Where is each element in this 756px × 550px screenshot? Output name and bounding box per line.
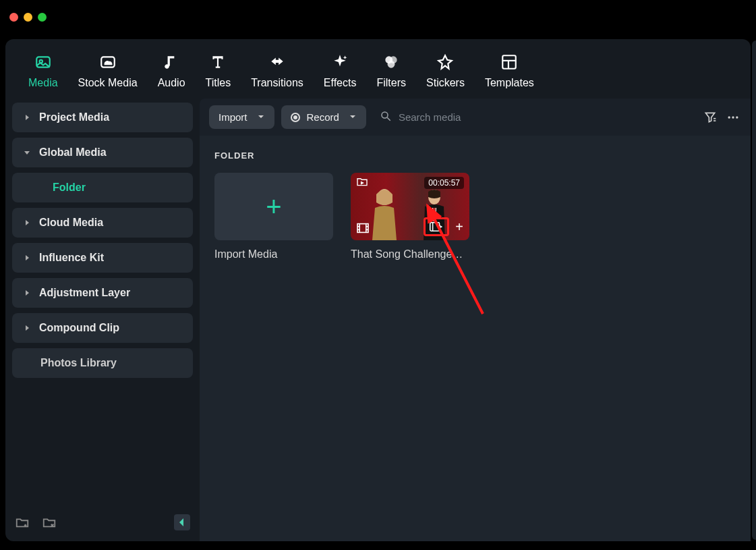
nav-label: Stickers [426, 77, 465, 89]
button-label: Import [219, 111, 248, 123]
sidebar-item-label: Project Media [39, 111, 109, 123]
nav-stickers[interactable]: Stickers [426, 53, 465, 89]
caret-down-icon [23, 150, 31, 155]
sidebar-item-photos-library[interactable]: Photos Library [12, 348, 193, 378]
import-button[interactable]: Import [209, 105, 274, 129]
caret-right-icon [23, 255, 31, 260]
maximize-window[interactable] [38, 13, 47, 22]
filters-icon [382, 53, 401, 72]
duration-badge: 00:05:57 [424, 177, 464, 189]
svg-rect-18 [433, 208, 436, 212]
delete-folder-icon[interactable] [42, 515, 57, 530]
nav-label: Filters [376, 77, 406, 89]
folder-play-icon [356, 177, 368, 189]
top-nav: Media Stock Media Audio Titles Transitio… [5, 39, 751, 99]
close-window[interactable] [9, 13, 18, 22]
sidebar-item-label: Adjustment Layer [39, 287, 130, 299]
text-icon [208, 53, 227, 72]
sidebar-item-label: Compound Clip [39, 322, 119, 334]
media-toolbar: Import Record [200, 99, 751, 136]
nav-effects[interactable]: Effects [324, 53, 357, 89]
svg-line-10 [387, 117, 390, 121]
sidebar-item-label: Folder [53, 182, 86, 193]
tile-clip: 00:05:57 + That Song Challeng [351, 173, 469, 260]
search-input[interactable] [399, 111, 695, 123]
sparkle-icon [330, 53, 349, 72]
tile-label: That Song Challenge… [351, 248, 469, 260]
cloud-icon [98, 53, 117, 72]
sidebar-item-project-media[interactable]: Project Media [12, 103, 193, 132]
nav-transitions[interactable]: Transitions [251, 53, 303, 89]
minimize-window[interactable] [24, 13, 32, 22]
sidebar-item-folder[interactable]: Folder [12, 173, 193, 202]
music-icon [162, 53, 181, 72]
caret-right-icon [23, 115, 31, 120]
sticker-icon [436, 53, 455, 72]
svg-point-9 [382, 112, 388, 118]
sidebar-item-label: Photos Library [40, 357, 117, 368]
nav-templates[interactable]: Templates [485, 53, 534, 89]
nav-stock-media[interactable]: Stock Media [78, 53, 138, 89]
tile-label: Import Media [214, 248, 333, 260]
film-icon [356, 223, 370, 236]
media-body: FOLDER + Import Media [200, 136, 751, 541]
more-icon[interactable] [725, 109, 741, 126]
filter-icon[interactable] [702, 109, 718, 126]
svg-point-14 [732, 116, 734, 118]
nav-label: Transitions [251, 77, 303, 89]
caret-right-icon [23, 325, 31, 331]
sidebar-footer [12, 510, 193, 534]
search-wrap [373, 110, 695, 125]
scene-detect-button[interactable] [424, 217, 449, 236]
nav-label: Titles [206, 77, 231, 89]
media-browser: Import Record [200, 99, 751, 541]
svg-point-5 [388, 61, 395, 68]
window-titlebar [0, 0, 756, 34]
svg-point-15 [736, 116, 738, 118]
nav-media[interactable]: Media [28, 53, 58, 89]
nav-titles[interactable]: Titles [206, 53, 231, 89]
transition-icon [268, 53, 287, 72]
sidebar-item-adjustment-layer[interactable]: Adjustment Layer [12, 278, 193, 308]
sidebar-item-influence-kit[interactable]: Influence Kit [12, 243, 193, 273]
section-title: FOLDER [214, 150, 736, 161]
nav-label: Effects [324, 77, 357, 89]
sidebar-item-cloud-media[interactable]: Cloud Media [12, 208, 193, 238]
nav-filters[interactable]: Filters [376, 53, 406, 89]
caret-right-icon [23, 220, 31, 225]
sidebar-item-global-media[interactable]: Global Media [12, 138, 193, 167]
templates-icon [500, 53, 519, 72]
nav-label: Stock Media [78, 77, 138, 89]
plus-icon: + [266, 192, 281, 222]
svg-rect-26 [430, 223, 440, 231]
nav-label: Media [28, 77, 58, 89]
clip-thumbnail[interactable]: 00:05:57 + [351, 173, 469, 240]
search-icon [380, 110, 392, 125]
sidebar: Project Media Global Media Folder Cloud … [5, 99, 200, 541]
media-grid: + Import Media [214, 173, 736, 260]
sidebar-item-label: Global Media [39, 146, 107, 159]
tile-import: + Import Media [214, 173, 333, 260]
thumb-overlay: + [424, 217, 465, 236]
caret-right-icon [23, 290, 31, 296]
media-icon [34, 53, 53, 72]
add-to-timeline-button[interactable]: + [453, 219, 465, 235]
thumbnail-figure [370, 188, 399, 240]
right-panel-strip[interactable] [752, 40, 756, 540]
svg-point-13 [728, 116, 730, 118]
chevron-down-icon [349, 111, 357, 123]
new-folder-icon[interactable] [15, 515, 30, 530]
record-button[interactable]: Record [281, 105, 366, 129]
collapse-sidebar-button[interactable] [174, 514, 190, 530]
sidebar-item-compound-clip[interactable]: Compound Clip [12, 313, 193, 343]
record-icon [291, 113, 300, 122]
sidebar-item-label: Cloud Media [39, 217, 103, 229]
import-media-tile[interactable]: + [214, 173, 333, 240]
button-label: Record [307, 111, 339, 123]
nav-label: Audio [158, 77, 185, 89]
content-area: Project Media Global Media Folder Cloud … [5, 99, 751, 541]
main-panel: Media Stock Media Audio Titles Transitio… [5, 39, 751, 541]
nav-label: Templates [485, 77, 534, 89]
nav-audio[interactable]: Audio [158, 53, 185, 89]
sidebar-item-label: Influence Kit [39, 252, 104, 264]
